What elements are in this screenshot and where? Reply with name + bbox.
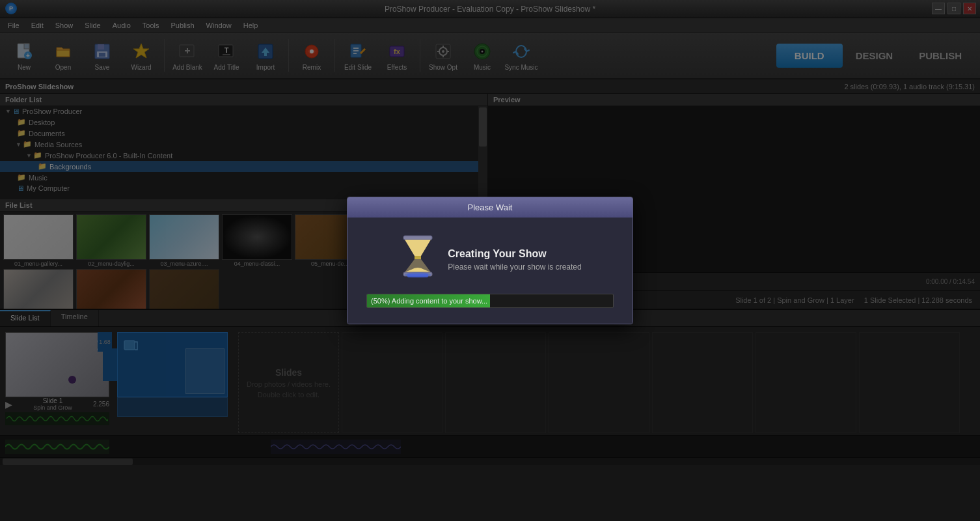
svg-rect-40	[407, 274, 428, 277]
modal-text: Creating Your Show Please wait while you…	[448, 248, 581, 272]
hourglass-icon	[398, 233, 437, 286]
modal-subtext: Please wait while your show is created	[448, 262, 581, 272]
progress-text: (50%) Adding content to your show...	[367, 294, 613, 307]
modal-body: Creating Your Show Please wait while you…	[347, 218, 633, 324]
svg-rect-37	[403, 236, 432, 240]
please-wait-dialog: Please Wait	[347, 197, 633, 324]
progress-bar-container: (50%) Adding content to your show...	[366, 294, 614, 308]
modal-heading: Creating Your Show	[448, 248, 581, 260]
modal-title: Please Wait	[347, 197, 633, 218]
modal-overlay: Please Wait	[0, 0, 980, 521]
modal-icon-area: Creating Your Show Please wait while you…	[398, 233, 581, 286]
